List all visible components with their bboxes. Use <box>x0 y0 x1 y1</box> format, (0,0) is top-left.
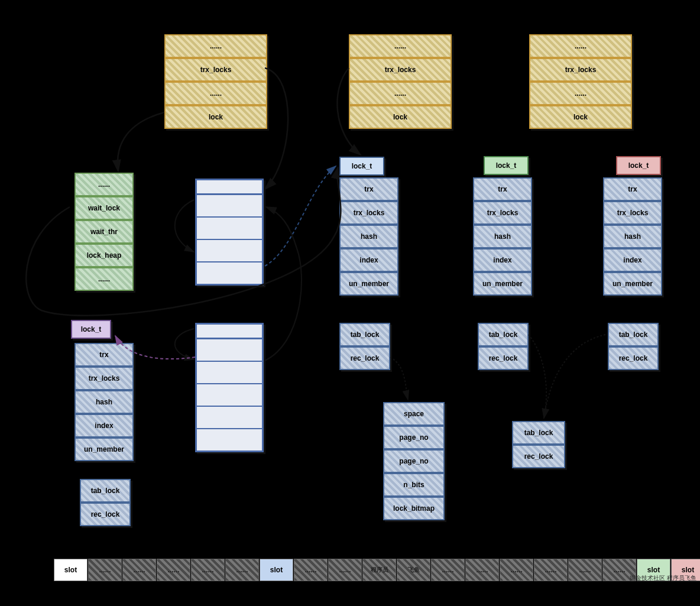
lock-t-tag-purple: lock_t <box>71 320 111 339</box>
trx1-cell-3: lock <box>209 113 223 121</box>
slot-7: ...... <box>294 559 328 581</box>
rl-c2: page_no <box>399 457 428 465</box>
trx-box-3: ...... trx_locks ...... lock <box>529 34 632 129</box>
union-box-green: tab_lock rec_lock <box>478 323 529 370</box>
slot-14: ...... <box>534 559 568 581</box>
lr-c4: un_member <box>612 280 653 288</box>
trx3-cell-0: ...... <box>575 42 586 50</box>
slot-4: ...... <box>191 559 225 581</box>
lp-c3: index <box>95 422 113 430</box>
lb-c4: un_member <box>349 280 389 288</box>
tlb-c0: tab_lock <box>524 429 553 437</box>
lock-table-t-title: lock_table_t <box>511 477 571 485</box>
slot-3: ...... <box>157 559 190 581</box>
rl-c4: lock_bitmap <box>393 504 435 513</box>
lr-c0: trx <box>628 185 637 193</box>
lock-box-green: trx trx_locks hash index un_member <box>473 177 532 296</box>
tl-cell-1: wait_lock <box>88 204 120 212</box>
trx1-cell-0: ...... <box>210 42 222 50</box>
trx2-cell-1: trx_locks <box>385 66 416 74</box>
lock-box-purple: trx trx_locks hash index un_member <box>74 343 134 461</box>
trx-box-2: ...... trx_locks ...... lock <box>349 34 452 129</box>
lr-c1: trx_locks <box>617 209 649 217</box>
watermark: 掘金技术社区 程序员飞鱼 <box>630 574 696 582</box>
ur-c0: tab_lock <box>619 330 648 339</box>
up-c1: rec_lock <box>91 510 120 518</box>
lr-c2: hash <box>624 232 641 241</box>
lb-c0: trx <box>364 185 373 193</box>
lp-c2: hash <box>96 398 112 406</box>
table-lock-box: tab_lock rec_lock <box>512 421 565 468</box>
slot-10: 飞鱼 <box>397 559 430 581</box>
rl-c1: page_no <box>399 433 428 442</box>
trx-t-title-2: trx_t <box>381 24 416 33</box>
lg-c3: index <box>493 256 511 264</box>
slot-5: ...... <box>225 559 259 581</box>
tl-cell-0: ...... <box>98 180 110 189</box>
trx1-cell-1: trx_locks <box>200 66 232 74</box>
diagram-canvas: trx_t trx_t trx_t ...... trx_locks .....… <box>0 0 700 606</box>
lock-box-blue: trx trx_locks hash index un_member <box>339 177 398 296</box>
lp-c4: un_member <box>84 445 124 453</box>
lb-c1: trx_locks <box>354 209 385 217</box>
tl-cell-4: ...... <box>98 275 110 283</box>
union-box-red: tab_lock rec_lock <box>608 323 659 370</box>
slot-1: ...... <box>88 559 122 581</box>
trx-lock-box: ...... wait_lock wait_thr lock_heap ....… <box>74 173 134 291</box>
up-c0: tab_lock <box>91 487 120 495</box>
rec-lock-box: space page_no page_no n_bits lock_bitmap <box>383 402 445 520</box>
slot-11: ...... <box>431 559 465 581</box>
lock-t-tag-green: lock_t <box>484 156 529 175</box>
ub-c0: tab_lock <box>351 330 380 339</box>
lb-c2: hash <box>361 232 377 241</box>
trx-t-title-3: trx_t <box>562 24 597 33</box>
ug-c1: rec_lock <box>489 354 518 362</box>
lg-c0: trx <box>498 185 507 193</box>
lp-c1: trx_locks <box>89 374 120 383</box>
tl-cell-2: wait_thr <box>90 228 118 236</box>
slot-6: slot <box>260 559 293 581</box>
lock-sys-t-title: lock_sys_t <box>332 547 380 556</box>
trx2-cell-3: lock <box>393 113 407 121</box>
ur-c1: rec_lock <box>619 354 648 362</box>
slot-0: slot <box>54 559 88 581</box>
tl-cell-3: lock_heap <box>87 251 122 260</box>
trx-lock-t-title: trx_lock_t <box>77 160 124 168</box>
rl-c0: space <box>404 410 424 418</box>
lock-box-red: trx trx_locks hash index un_member <box>603 177 662 296</box>
slot-row: slot..............................slot..… <box>54 559 700 581</box>
trx3-cell-2: ...... <box>575 89 586 98</box>
lg-c1: trx_locks <box>487 209 518 217</box>
trx3-cell-1: trx_locks <box>565 66 597 74</box>
lock-t-tag-red: lock_t <box>616 156 661 175</box>
slot-15: ...... <box>568 559 602 581</box>
tlb-c1: rec_lock <box>524 452 553 461</box>
trx2-cell-0: ...... <box>394 42 406 50</box>
trx-t-title-1: trx_t <box>197 24 232 33</box>
rl-c3: n_bits <box>403 481 424 489</box>
ug-c0: tab_lock <box>489 330 518 339</box>
trx1-cell-2: ...... <box>210 89 222 98</box>
slot-9: 程序员 <box>362 559 396 581</box>
trx3-cell-3: lock <box>573 113 588 121</box>
lp-c0: trx <box>99 351 108 359</box>
ub-c1: rec_lock <box>351 354 380 362</box>
hash-list-1 <box>195 179 264 286</box>
trx2-cell-2: ...... <box>394 89 406 98</box>
hash-list-2 <box>195 323 264 452</box>
lr-c3: index <box>623 256 641 264</box>
lb-c3: index <box>359 256 378 264</box>
union-box-blue: tab_lock rec_lock <box>339 323 390 370</box>
union-box-purple: tab_lock rec_lock <box>80 479 131 526</box>
trx-box-1: ...... trx_locks ...... lock <box>164 34 267 129</box>
lg-c4: un_member <box>482 280 523 288</box>
slot-2: ...... <box>122 559 156 581</box>
slot-13: ...... <box>500 559 533 581</box>
slot-12: ...... <box>465 559 499 581</box>
slot-8: ...... <box>328 559 362 581</box>
lg-c2: hash <box>494 232 511 241</box>
lock-t-tag-blue: lock_t <box>339 157 384 176</box>
